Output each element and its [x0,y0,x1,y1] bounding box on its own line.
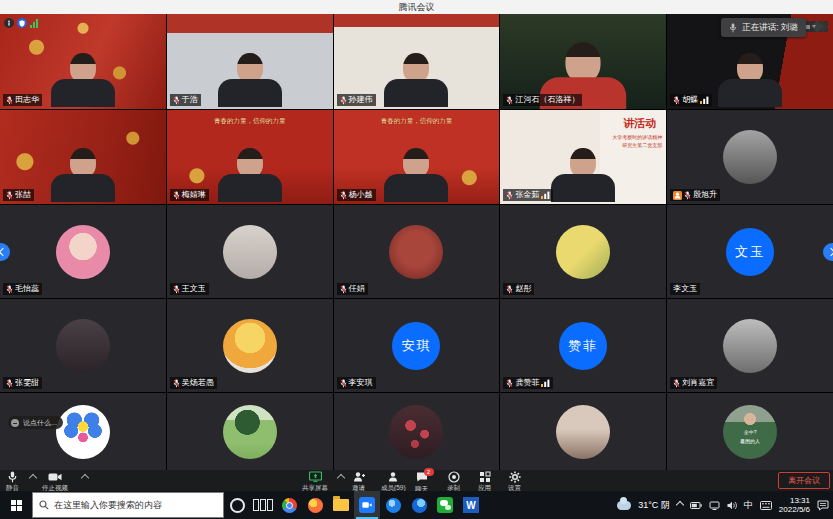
participant-initials: 安琪 [392,322,440,370]
members-button[interactable]: 成员(59) [381,471,406,491]
window-titlebar: 腾讯会议 [0,0,833,14]
muted-mic-icon [6,96,13,105]
file-explorer-button[interactable] [328,491,354,519]
ime-indicator[interactable]: 中 [744,499,753,512]
chat-input-overlay[interactable]: 说点什么... [8,416,63,429]
signal-strength-icon [541,379,550,387]
participant-tile[interactable]: 全中?暴困的人 [667,393,833,470]
cortana-button[interactable] [224,491,250,519]
touch-keyboard-icon[interactable] [760,501,772,510]
participant-name: 田志华 [15,95,39,105]
participant-tile[interactable]: 毛怡蕊 [0,205,166,298]
participant-tile[interactable]: 青春的力量，信仰的力量梅婧琳 [167,110,333,204]
participant-tile[interactable]: 王文玉 [167,205,333,298]
participant-name: 刘肖嘉宜 [682,378,714,388]
record-button[interactable]: 录制 [447,471,460,491]
tencent-meeting-icon [359,497,375,513]
taskbar-search[interactable]: 在这里输入你要搜索的内容 [32,492,224,518]
qq-browser-button[interactable] [380,491,406,519]
mute-button[interactable]: 静音 [6,471,19,491]
banner-text: 青春的力量，信仰的力量 [167,117,333,126]
share-screen-button[interactable]: 共享屏幕 [302,471,328,491]
task-view-icon [253,499,273,511]
taskbar-clock[interactable]: 13:31 2022/5/6 [779,496,810,514]
participant-tile[interactable]: 江河石（石洛祥） [500,14,666,109]
edge-button[interactable] [406,491,432,519]
system-tray: 31°C 阴 中 13:31 2022/5/6 [617,496,833,514]
participant-video-silhouette [214,53,286,109]
participant-tile[interactable]: 安琪李安琪 [334,299,500,392]
settings-button[interactable]: 设置 [508,471,521,491]
battery-icon[interactable] [690,501,702,510]
participant-tile[interactable]: 赞菲龚赞菲 [500,299,666,392]
muted-mic-icon [506,285,513,294]
participant-tile[interactable] [0,393,166,470]
search-icon [39,500,49,510]
muted-mic-icon [684,191,691,200]
participant-tile[interactable]: 任娟 [334,205,500,298]
share-options-caret[interactable] [337,474,345,482]
mute-label: 静音 [6,484,19,491]
participant-avatar [56,225,110,279]
participant-name: 赵彤 [515,284,531,294]
meeting-info-icon[interactable] [4,18,14,28]
participant-tile[interactable] [167,393,333,470]
members-label: 成员(59) [381,484,406,491]
apps-button[interactable]: 应用 [478,471,491,491]
participant-tile[interactable]: 孙建伟 [334,14,500,109]
avatar-caption: 暴困的人 [723,438,777,444]
weather-text[interactable]: 31°C 阴 [638,499,670,512]
chat-placeholder: 说点什么... [23,418,57,428]
wechat-button[interactable] [432,491,458,519]
participant-tile[interactable]: 于浩 [167,14,333,109]
participant-tile[interactable]: 刘肖嘉宜 [667,299,833,392]
leave-meeting-button[interactable]: 离开会议 [778,472,830,489]
network-icon[interactable] [709,501,720,510]
participant-tile[interactable]: 青春的力量，信仰的力量杨小越 [334,110,500,204]
tencent-meeting-button[interactable] [354,491,380,519]
hidden-icons-chevron[interactable] [676,501,684,509]
word-button[interactable]: W [458,491,484,519]
settings-label: 设置 [508,484,521,491]
participant-name-tag: 孙建伟 [337,94,376,106]
participant-name: 殷旭升 [693,190,717,200]
windows-logo-icon [11,500,22,511]
participant-initials: 赞菲 [559,322,607,370]
participant-tile[interactable]: 文玉李文玉 [667,205,833,298]
participant-tile[interactable]: 殷旭升 [667,110,833,204]
action-center-icon[interactable] [817,500,829,511]
participant-tile[interactable]: 吴炀若愚 [167,299,333,392]
stop-video-button[interactable]: 停止视频 [42,471,68,491]
video-options-caret[interactable] [81,474,89,482]
participant-name-tag: 毛怡蕊 [3,283,42,295]
participant-name: 任娟 [349,284,365,294]
participant-tile[interactable] [500,393,666,470]
participant-tile[interactable]: 赵彤 [500,205,666,298]
task-view-button[interactable] [250,491,276,519]
wechat-icon [437,497,453,513]
participant-tile[interactable]: 讲活动大学考察时的讲话精神研究生第二党支部张金茹 [500,110,666,204]
chat-button[interactable]: 2 聊天 [415,471,428,492]
stop-video-label: 停止视频 [42,484,68,491]
participant-tile[interactable]: 张喆 [0,110,166,204]
firefox-button[interactable] [302,491,328,519]
participant-video-silhouette [47,148,119,204]
participant-tile[interactable]: 田志华 [0,14,166,109]
mute-options-caret[interactable] [29,474,37,482]
participant-name-tag: 吴炀若愚 [170,377,217,389]
participant-name-tag: 赵彤 [503,283,534,295]
microphone-icon [729,23,737,33]
participant-tile[interactable]: 张雯甜 [0,299,166,392]
participant-name: 李文玉 [673,284,697,294]
muted-mic-icon [340,191,347,200]
start-button[interactable] [0,491,32,519]
share-screen-icon [309,471,322,483]
video-area: 田志华于浩孙建伟江河石（石洛祥）胡蝶张喆青春的力量，信仰的力量梅婧琳青春的力量，… [0,14,833,470]
invite-button[interactable]: 邀请 [352,471,365,491]
shield-icon[interactable] [17,18,27,28]
participant-tile[interactable] [334,393,500,470]
emoji-icon[interactable] [11,419,19,427]
camera-icon [48,471,62,483]
volume-icon[interactable] [727,501,737,510]
chrome-button[interactable] [276,491,302,519]
